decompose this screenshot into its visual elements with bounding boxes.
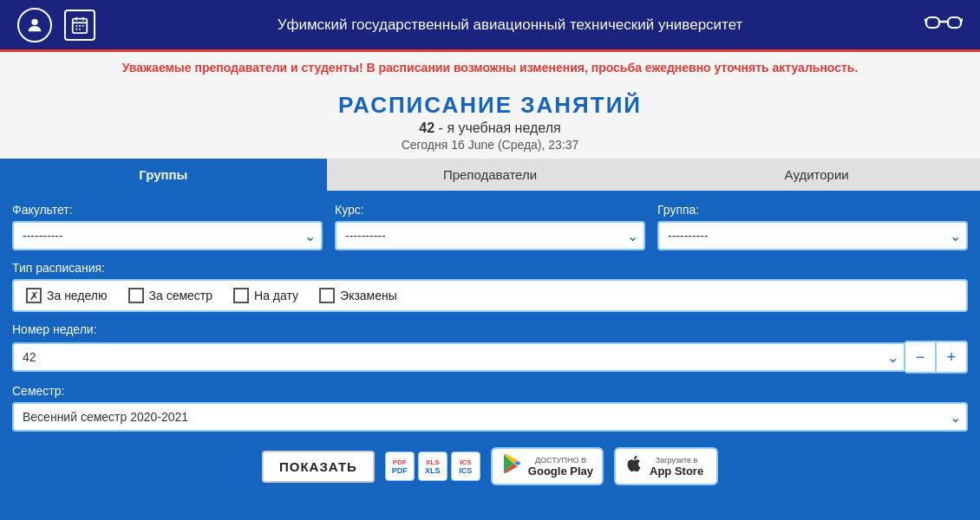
- checkbox-na-datu-box: [233, 288, 249, 303]
- google-play-sub: ДОСТУПНО В: [528, 456, 593, 465]
- tab-prepodavateli[interactable]: Преподаватели: [327, 159, 654, 191]
- ics-label: ICS: [460, 458, 471, 466]
- kurs-label: Курс:: [335, 203, 645, 217]
- xls-type: XLS: [425, 466, 441, 475]
- svg-point-0: [31, 18, 37, 24]
- checkbox-za-semestr[interactable]: За семестр: [128, 288, 213, 303]
- google-play-name: Google Play: [528, 465, 593, 478]
- date-info: Сегодня 16 June (Среда), 23:37: [0, 138, 980, 152]
- kurs-group: Курс: ---------- ⌄: [335, 203, 645, 250]
- checkbox-za-nedelyu[interactable]: ✗ За неделю: [26, 288, 108, 303]
- app-store-sub: Загрузите в: [650, 456, 703, 465]
- header-title: Уфимский государственный авиационный тех…: [95, 16, 924, 34]
- form-container: Факультет: ---------- ⌄ Курс: ----------…: [0, 191, 980, 499]
- checkbox-za-semestr-box: [128, 288, 144, 303]
- svg-rect-10: [926, 17, 939, 28]
- xls-label: XLS: [426, 458, 440, 466]
- semestr-select-wrapper: Весенний семестр 2020-2021 ⌄: [12, 402, 968, 432]
- gruppa-group: Группа: ---------- ⌄: [657, 203, 968, 250]
- pdf-label: PDF: [393, 458, 407, 466]
- xls-download-button[interactable]: XLS XLS: [418, 452, 448, 481]
- nomer-minus-button[interactable]: −: [905, 341, 937, 374]
- nomer-label: Номер недели:: [12, 322, 968, 336]
- app-store-text: Загрузите в App Store: [650, 456, 703, 478]
- calendar-icon[interactable]: [64, 10, 95, 41]
- notice-bar: Уважаемые преподаватели и студенты! В ра…: [0, 52, 980, 83]
- tab-gruppy[interactable]: Группы: [0, 159, 327, 191]
- svg-rect-11: [948, 17, 961, 28]
- tip-raspisaniya-group: Тип расписания: ✗ За неделю За семестр Н…: [12, 261, 968, 312]
- form-row-1: Факультет: ---------- ⌄ Курс: ----------…: [12, 203, 968, 250]
- file-icons-group: PDF PDF XLS XLS ICS ICS: [385, 452, 480, 481]
- google-play-button[interactable]: ДОСТУПНО В Google Play: [491, 447, 604, 485]
- kurs-select-wrapper: ---------- ⌄: [335, 221, 645, 250]
- app-store-name: App Store: [650, 465, 703, 478]
- week-suffix: - я учебная неделя: [434, 120, 560, 135]
- show-button[interactable]: ПОКАЗАТЬ: [262, 451, 375, 483]
- avatar-icon[interactable]: [17, 8, 52, 42]
- notice-text: Уважаемые преподаватели и студенты! В ра…: [122, 61, 859, 75]
- page-title: РАСПИСАНИЕ ЗАНЯТИЙ: [0, 92, 980, 119]
- google-play-text: ДОСТУПНО В Google Play: [528, 456, 593, 478]
- footer-buttons: ПОКАЗАТЬ PDF PDF XLS XLS ICS ICS: [12, 444, 968, 491]
- pdf-download-button[interactable]: PDF PDF: [385, 452, 415, 481]
- fakultet-select-wrapper: ---------- ⌄: [12, 221, 323, 250]
- checkbox-za-nedelyu-label: За неделю: [47, 289, 108, 302]
- header-right: [924, 10, 963, 39]
- fakultet-select[interactable]: ----------: [12, 221, 323, 250]
- week-number: 42: [419, 120, 434, 135]
- header: Уфимский государственный авиационный тех…: [0, 0, 980, 52]
- semestr-label: Семестр:: [12, 384, 968, 398]
- nomer-plus-button[interactable]: +: [937, 341, 968, 374]
- gruppa-label: Группа:: [657, 203, 968, 217]
- gruppa-select-wrapper: ---------- ⌄: [657, 221, 968, 250]
- title-section: РАСПИСАНИЕ ЗАНЯТИЙ 42 - я учебная неделя…: [0, 83, 980, 159]
- ics-type: ICS: [459, 466, 472, 475]
- tab-auditorii[interactable]: Аудитории: [653, 159, 980, 191]
- checkbox-na-datu[interactable]: На дату: [233, 288, 298, 303]
- apple-icon: [624, 453, 644, 479]
- nomer-nedeli-group: Номер недели: 42 ⌄ − +: [12, 322, 968, 374]
- fakultet-label: Факультет:: [12, 203, 323, 217]
- checkbox-ekzameny[interactable]: Экзамены: [319, 288, 397, 303]
- fakultet-group: Факультет: ---------- ⌄: [12, 203, 323, 250]
- checkbox-za-nedelyu-box: ✗: [26, 288, 42, 303]
- kurs-select[interactable]: ----------: [335, 221, 645, 250]
- tip-label: Тип расписания:: [12, 261, 968, 275]
- checkbox-na-datu-label: На дату: [254, 289, 298, 302]
- semestr-group: Семестр: Весенний семестр 2020-2021 ⌄: [12, 384, 968, 432]
- gruppa-select[interactable]: ----------: [657, 221, 968, 250]
- week-info: 42 - я учебная неделя: [0, 120, 980, 136]
- nomer-select[interactable]: 42: [12, 342, 905, 372]
- header-left-icons: [17, 8, 95, 42]
- checkbox-za-semestr-label: За семестр: [149, 289, 213, 302]
- semestr-select[interactable]: Весенний семестр 2020-2021: [12, 402, 968, 432]
- svg-line-13: [924, 19, 926, 22]
- tip-box: ✗ За неделю За семестр На дату Экзамены: [12, 279, 968, 312]
- checkbox-ekzameny-box: [319, 288, 335, 303]
- ics-download-button[interactable]: ICS ICS: [451, 452, 480, 481]
- glasses-icon: [924, 10, 963, 39]
- checkbox-ekzameny-label: Экзамены: [340, 289, 397, 302]
- nomer-select-wrapper: 42 ⌄: [12, 342, 905, 372]
- nomer-row: 42 ⌄ − +: [12, 341, 968, 374]
- app-store-button[interactable]: Загрузите в App Store: [614, 447, 718, 485]
- svg-line-14: [961, 19, 963, 22]
- tabs-bar: Группы Преподаватели Аудитории: [0, 159, 980, 191]
- pdf-type: PDF: [392, 466, 408, 475]
- google-play-icon: [501, 453, 522, 479]
